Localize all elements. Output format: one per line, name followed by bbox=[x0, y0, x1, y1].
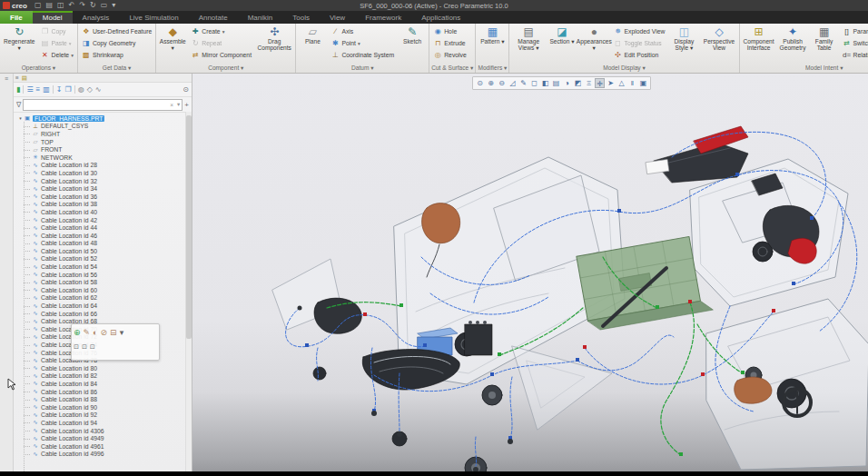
previous-view-icon[interactable]: ◿ bbox=[508, 78, 518, 88]
tree-scrollbar-thumb[interactable] bbox=[186, 115, 192, 339]
tree-item-cable-location-id-58[interactable]: ∿Cable Location id 58 bbox=[14, 278, 192, 286]
tab-manikin[interactable]: Manikin bbox=[238, 11, 283, 24]
exploded-view-button[interactable]: ✵Exploded View bbox=[612, 25, 667, 37]
tree-item-cable-location-id-92[interactable]: ∿Cable Location id 92 bbox=[14, 412, 192, 420]
dragger-icon[interactable]: ➤ bbox=[606, 78, 616, 88]
suppress-icon[interactable]: ⊟ bbox=[110, 328, 117, 337]
tab-annotate[interactable]: Annotate bbox=[189, 11, 238, 24]
tree-item-cable-location-id-82[interactable]: ∿Cable Location id 82 bbox=[14, 372, 192, 381]
view-option-icon[interactable]: ⊡ bbox=[82, 343, 87, 351]
tree-item-cable-location-id-4306[interactable]: ∿Cable Location id 4306 bbox=[14, 427, 192, 435]
tree-item-cable-location-id-54[interactable]: ∿Cable Location id 54 bbox=[14, 263, 192, 271]
coordinate-system-button[interactable]: ⊥Coordinate System bbox=[329, 49, 396, 61]
sketch-button[interactable]: ✎Sketch bbox=[398, 25, 427, 64]
axis-button[interactable]: ∕Axis bbox=[329, 25, 396, 37]
edit-position-button[interactable]: ✣Edit Position bbox=[612, 49, 667, 61]
ribbon-group-label[interactable]: Datum ▾ bbox=[298, 64, 427, 73]
tree-item-cable-location-id-52[interactable]: ∿Cable Location id 52 bbox=[14, 255, 192, 263]
show-part-icon[interactable]: ▮ bbox=[16, 85, 20, 94]
revolve-button[interactable]: ◎Revolve bbox=[431, 49, 469, 61]
hidden-line-icon[interactable]: ◩ bbox=[573, 78, 583, 88]
appearance-small-icon[interactable]: ◑ bbox=[562, 78, 572, 88]
zoom-in-icon[interactable]: ⊕ bbox=[486, 78, 496, 88]
tree-columns-icon[interactable]: ▥ bbox=[43, 85, 50, 94]
ribbon-group-label[interactable]: Get Data ▾ bbox=[80, 64, 153, 73]
tree-filter-icon[interactable]: ↧ bbox=[56, 85, 63, 94]
expand-all-icon[interactable]: ☰ bbox=[26, 85, 33, 94]
more-caret-icon[interactable]: ▾ bbox=[120, 328, 124, 337]
ribbon-group-label[interactable]: Model Intent ▾ bbox=[742, 64, 868, 73]
tree-scrollbar[interactable] bbox=[185, 112, 192, 471]
tree-item-cable-location-id-4961[interactable]: ∿Cable Location id 4961 bbox=[14, 442, 192, 451]
search-icon[interactable]: ⊙ bbox=[182, 85, 189, 94]
tree-item-cable-location-id-66[interactable]: ∿Cable Location id 66 bbox=[14, 310, 192, 318]
tree-item-cable-location-id-34[interactable]: ∿Cable Location id 34 bbox=[14, 184, 192, 193]
layers-icon[interactable]: ◇ bbox=[87, 85, 93, 94]
repeat-button[interactable]: ↻Repeat bbox=[189, 37, 253, 49]
tree-item-cable-location-id-38[interactable]: ∿Cable Location id 38 bbox=[14, 201, 192, 209]
assemble-button[interactable]: ◆Assemble ▾ bbox=[158, 25, 187, 64]
tree-item-cable-location-id-84[interactable]: ∿Cable Location id 84 bbox=[14, 380, 192, 388]
pattern-button[interactable]: ▦Pattern ▾ bbox=[478, 25, 507, 64]
navigator-toggle-icon[interactable]: ≡ bbox=[0, 75, 13, 82]
tab-view[interactable]: View bbox=[320, 11, 355, 24]
tree-item-cable-location-id-62[interactable]: ∿Cable Location id 62 bbox=[14, 294, 192, 302]
family-table-button[interactable]: ▦Family Table bbox=[810, 25, 839, 64]
relations-button[interactable]: d=Relations bbox=[841, 49, 868, 61]
zoom-out-icon[interactable]: ⊖ bbox=[497, 78, 507, 88]
open-icon[interactable]: ▤ bbox=[45, 2, 53, 9]
tree-item-cable-location-id-44[interactable]: ∿Cable Location id 44 bbox=[14, 223, 192, 232]
tab-live-simulation[interactable]: Live Simulation bbox=[119, 11, 188, 24]
tree-item-cable-location-id-56[interactable]: ∿Cable Location id 56 bbox=[14, 271, 192, 279]
view-option-icon[interactable]: ⊡ bbox=[74, 343, 79, 351]
hide-icon[interactable]: ⊘ bbox=[101, 328, 108, 337]
drag-components-button[interactable]: ✣Drag Components bbox=[255, 25, 293, 64]
tree-item-front[interactable]: ▱FRONT bbox=[14, 145, 192, 154]
tree-item-cable-location-id-60[interactable]: ∿Cable Location id 60 bbox=[14, 286, 192, 294]
tree-item-right[interactable]: ▱RIGHT bbox=[14, 130, 192, 138]
create-button[interactable]: ✚Create▾ bbox=[189, 25, 253, 37]
collapse-all-icon[interactable]: ≡ bbox=[36, 85, 41, 94]
ribbon-group-label[interactable]: Cut & Surface ▾ bbox=[431, 64, 473, 73]
view-window-icon[interactable]: ▣ bbox=[638, 78, 648, 88]
tree-item-cable-location-id-86[interactable]: ∿Cable Location id 86 bbox=[14, 388, 192, 396]
tree-item-cable-location-id-4949[interactable]: ∿Cable Location id 4949 bbox=[14, 434, 192, 442]
save-icon[interactable]: ◫ bbox=[57, 2, 64, 9]
saved-views-icon[interactable]: ▤ bbox=[551, 78, 561, 88]
delete-button[interactable]: ✕Delete▾ bbox=[38, 49, 74, 61]
filter-clear-icon[interactable]: × bbox=[168, 102, 175, 108]
mirror-component-button[interactable]: ⇄Mirror Component bbox=[189, 49, 253, 61]
tree-item-cable-location-id-42[interactable]: ∿Cable Location id 42 bbox=[14, 216, 192, 224]
redo-icon[interactable]: ↷ bbox=[79, 2, 85, 9]
expand-caret-icon[interactable]: ▾ bbox=[17, 115, 24, 121]
tree-item-cable-location-id-32[interactable]: ∿Cable Location id 32 bbox=[14, 177, 192, 185]
copy-button[interactable]: ❐Copy bbox=[38, 25, 74, 37]
shrinkwrap-button[interactable]: ▩Shrinkwrap bbox=[80, 49, 153, 61]
tree-item-floor-harness-prt[interactable]: ▾▣FLOOR_HARNESS.PRT bbox=[14, 114, 192, 123]
tree-item-cable-location-id-64[interactable]: ∿Cable Location id 64 bbox=[14, 302, 192, 310]
publish-geometry-button[interactable]: ✦Publish Geometry bbox=[778, 25, 808, 64]
tree-item-network[interactable]: ✳NETWORK bbox=[14, 154, 192, 162]
user-defined-feature-button[interactable]: ❖User-Defined Feature bbox=[80, 25, 153, 37]
mini-appearance-icon[interactable]: ◐ bbox=[93, 328, 97, 337]
hole-button[interactable]: ◉Hole bbox=[431, 25, 469, 37]
tab-tools[interactable]: Tools bbox=[282, 11, 320, 24]
regenerate-quick-icon[interactable]: ↻ bbox=[90, 2, 96, 9]
options-caret-icon[interactable]: ▾ bbox=[112, 2, 115, 9]
ribbon-group-label[interactable]: Model Display ▾ bbox=[511, 64, 736, 73]
shaded-icon[interactable]: ◻ bbox=[529, 78, 539, 88]
tab-model[interactable]: Model bbox=[33, 11, 73, 24]
component-interface-button[interactable]: ⊞Component Interface bbox=[742, 25, 776, 64]
new-file-icon[interactable]: ▢ bbox=[35, 2, 42, 9]
view-option-icon[interactable]: ⊡ bbox=[90, 343, 95, 351]
tree-item-default-csys[interactable]: ⊥DEFAULT_CSYS bbox=[14, 123, 192, 131]
appearance-gallery-icon[interactable]: ◍ bbox=[78, 85, 84, 94]
ribbon-group-label[interactable]: Operations ▾ bbox=[2, 64, 75, 73]
refit-icon[interactable]: ⊙ bbox=[475, 78, 485, 88]
tree-item-cable-location-id-48[interactable]: ∿Cable Location id 48 bbox=[14, 240, 192, 248]
spin-center-icon[interactable]: ✛ bbox=[595, 78, 605, 88]
undo-icon[interactable]: ↶ bbox=[69, 2, 75, 9]
edit-definition-icon[interactable]: ✎ bbox=[84, 328, 91, 337]
tree-item-cable-location-id-40[interactable]: ∿Cable Location id 40 bbox=[14, 208, 192, 216]
ribbon-group-label[interactable]: Modifiers ▾ bbox=[478, 64, 507, 73]
